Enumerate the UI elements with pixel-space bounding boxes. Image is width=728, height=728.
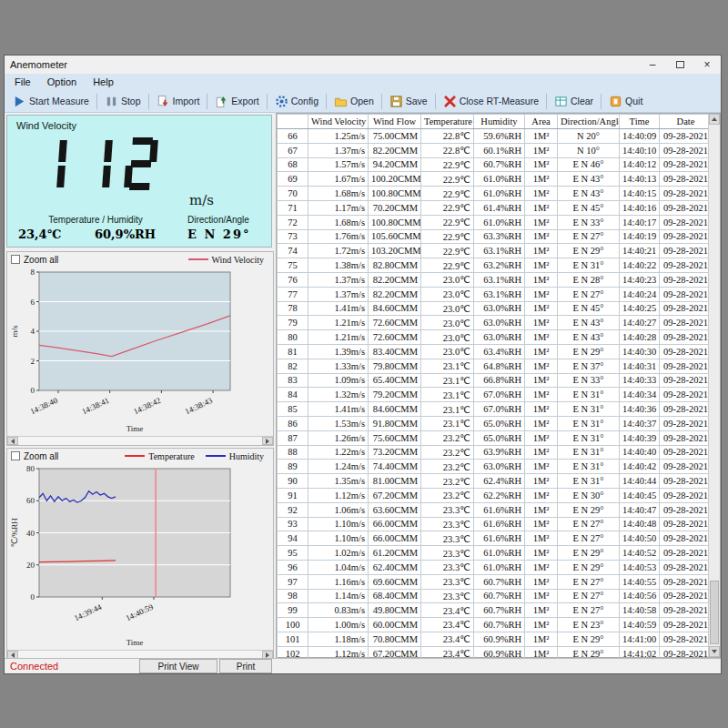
table-row[interactable]: 851.41m/s84.60CMM23.1℃67.0%RH1M²E N 31°1… [278,402,713,417]
table-row[interactable]: 961.04m/s62.40CMM23.3℃61.0%RH1M²E N 29°1… [278,560,713,574]
table-cell: 1.17m/s [308,200,369,215]
toolbar-clear[interactable]: Clear [550,93,598,110]
table-row[interactable]: 731.76m/s105.60CMM22.9℃63.3%RH1M²E N 27°… [278,229,713,244]
table-cell: 67 [278,143,308,157]
table-row[interactable]: 981.14m/s68.40CMM23.3℃60.7%RH1M²E N 27°1… [278,589,713,603]
table-row[interactable]: 711.17m/s70.20CMM22.9℃61.4%RH1M²E N 45°1… [278,200,713,215]
table-row[interactable]: 1011.18m/s70.80CMM23.4℃60.9%RH1M²E N 29°… [278,632,713,646]
table-cell: 14:40:48 [620,517,660,531]
table-row[interactable]: 721.68m/s100.80CMM22.9℃61.0%RH1M²E N 33°… [278,215,713,229]
table-cell: 1M² [525,316,558,330]
table-cell: 23.0℃ [421,316,474,330]
temp-humidity-chart-panel: Zoom all TemperatureHumidity 02040608014… [6,448,274,660]
table-cell: 84.60CMM [369,301,421,316]
svg-text:m/s: m/s [10,325,19,338]
table-cell: 63.1%RH [474,244,525,258]
toolbar-save[interactable]: Save [385,93,432,110]
toolbar-close-rt-measure[interactable]: Close RT-Measure [439,93,543,110]
scroll-left-icon[interactable] [7,437,18,445]
table-cell: 1.18m/s [308,632,369,646]
table-row[interactable]: 661.25m/s75.00CMM22.8℃59.6%RH1M²N 20°14:… [278,129,713,144]
table-cell: 1M² [525,531,558,546]
table-row[interactable]: 671.37m/s82.20CMM22.8℃60.1%RH1M²N 10°14:… [278,143,713,157]
table-row[interactable]: 801.21m/s72.60CMM23.0℃63.0%RH1M²E N 43°1… [278,330,713,345]
table-vertical-scrollbar[interactable] [708,114,720,657]
table-cell: 1M² [525,301,558,316]
table-row[interactable]: 791.21m/s72.60CMM23.0℃63.0%RH1M²E N 43°1… [278,316,713,330]
toolbar-open[interactable]: Open [329,93,379,110]
table-cell: 61.6%RH [474,531,525,546]
table-row[interactable]: 891.24m/s74.40CMM23.2℃63.0%RH1M²E N 31°1… [278,460,713,474]
scroll-down-icon[interactable] [709,646,720,657]
print-view-button[interactable]: Print View [139,659,217,673]
table-cell: E N 27° [558,574,620,589]
table-row[interactable]: 921.06m/s63.60CMM23.3℃61.6%RH1M²E N 29°1… [278,502,713,517]
maximize-button[interactable] [666,56,693,74]
zoom-all-checkbox-2[interactable]: Zoom all [11,451,58,461]
table-row[interactable]: 901.35m/s81.00CMM23.2℃62.4%RH1M²E N 31°1… [278,474,713,489]
close-button[interactable]: × [693,56,721,74]
table-row[interactable]: 831.09m/s65.40CMM23.1℃66.8%RH1M²E N 33°1… [278,373,713,388]
table-row[interactable]: 971.16m/s69.60CMM23.3℃60.7%RH1M²E N 27°1… [278,574,713,589]
table-row[interactable]: 761.37m/s82.20CMM23.0℃63.1%RH1M²E N 28°1… [278,272,713,287]
table-row[interactable]: 911.12m/s67.20CMM23.2℃62.2%RH1M²E N 30°1… [278,488,713,502]
table-row[interactable]: 841.32m/s79.20CMM23.1℃67.0%RH1M²E N 31°1… [278,388,713,402]
table-cell: 23.0℃ [421,330,474,345]
scroll-up-icon[interactable] [709,114,720,125]
table-row[interactable]: 941.10m/s66.00CMM23.3℃61.6%RH1M²E N 27°1… [278,531,713,546]
toolbar-export[interactable]: Export [210,93,263,110]
svg-text:80: 80 [26,464,35,473]
table-row[interactable]: 751.38m/s82.80CMM22.9℃63.2%RH1M²E N 31°1… [278,258,713,273]
table-cell: 09-28-2021 [660,430,713,445]
table-cell: 14:40:40 [620,445,660,460]
toolbar-import[interactable]: Import [152,93,205,110]
svg-text:2: 2 [31,357,35,366]
table-row[interactable]: 951.02m/s61.20CMM23.3℃61.0%RH1M²E N 29°1… [278,546,713,561]
print-button[interactable]: Print [219,659,272,673]
scroll-thumb[interactable] [710,581,719,644]
wind-velocity-label: Wind Velocity [16,120,76,131]
table-cell: E N 37° [558,359,620,373]
table-row[interactable]: 701.68m/s100.80CMM22.9℃61.0%RH1M²E N 43°… [278,187,713,201]
table-cell: 23.4℃ [421,603,474,618]
toolbar-quit[interactable]: Quit [604,93,647,110]
table-row[interactable]: 881.22m/s73.20CMM23.2℃63.9%RH1M²E N 31°1… [278,445,713,460]
table-row[interactable]: 681.57m/s94.20CMM22.9℃60.7%RH1M²E N 46°1… [278,157,713,172]
table-cell: E N 45° [558,200,620,215]
toolbar-start-measure[interactable]: Start Measure [8,93,94,110]
table-cell: 1.41m/s [308,301,369,316]
menu-option[interactable]: Option [39,76,85,88]
table-cell: 09-28-2021 [660,474,713,489]
table-row[interactable]: 811.39m/s83.40CMM23.0℃63.4%RH1M²E N 29°1… [278,344,713,359]
table-row[interactable]: 990.83m/s49.80CMM23.4℃60.7%RH1M²E N 27°1… [278,603,713,618]
table-cell: 1.26m/s [308,430,369,445]
temp-humidity-chart[interactable]: 02040608014:39:4414:40:59℃/%RHTime [8,463,272,650]
wind-velocity-chart[interactable]: 0246814:38:4014:38:4114:38:4214:38:43m/s… [8,267,272,436]
toolbar-config[interactable]: Config [270,93,323,110]
table-cell: 14:40:56 [620,589,660,603]
minimize-button[interactable]: – [639,56,666,74]
toolbar-stop[interactable]: Stop [100,93,146,110]
table-row[interactable]: 821.33m/s79.80CMM23.1℃64.8%RH1M²E N 37°1… [278,359,713,373]
table-row[interactable]: 771.37m/s82.20CMM23.0℃63.1%RH1M²E N 27°1… [278,287,713,301]
table-row[interactable]: 691.67m/s100.20CMM22.9℃61.0%RH1M²E N 43°… [278,172,713,187]
table-row[interactable]: 931.10m/s66.00CMM23.3℃61.6%RH1M²E N 27°1… [278,517,713,531]
table-cell: 14:40:25 [620,301,660,316]
menu-file[interactable]: File [6,76,39,88]
table-row[interactable]: 871.26m/s75.60CMM23.2℃65.0%RH1M²E N 31°1… [278,430,713,445]
table-cell: 09-28-2021 [660,330,713,345]
table-row[interactable]: 741.72m/s103.20CMM22.9℃63.1%RH1M²E N 29°… [278,244,713,258]
table-row[interactable]: 1001.00m/s60.00CMM23.4℃60.7%RH1M²E N 23°… [278,618,713,632]
table-cell: 09-28-2021 [660,359,713,373]
chart1-scrollbar[interactable] [7,436,273,445]
table-cell: 22.9℃ [421,229,474,244]
scroll-right-icon[interactable] [262,437,273,445]
titlebar: Anemometer – × [5,56,721,74]
table-row[interactable]: 781.41m/s84.60CMM23.0℃63.0%RH1M²E N 45°1… [278,301,713,316]
scroll-track[interactable] [18,437,262,445]
menu-help[interactable]: Help [85,76,122,88]
table-row[interactable]: 861.53m/s91.80CMM23.1℃65.0%RH1M²E N 31°1… [278,416,713,430]
column-header: Direction/Angle [558,115,620,129]
svg-text:℃/%RH: ℃/%RH [10,518,19,548]
zoom-all-checkbox-1[interactable]: Zoom all [11,255,58,265]
